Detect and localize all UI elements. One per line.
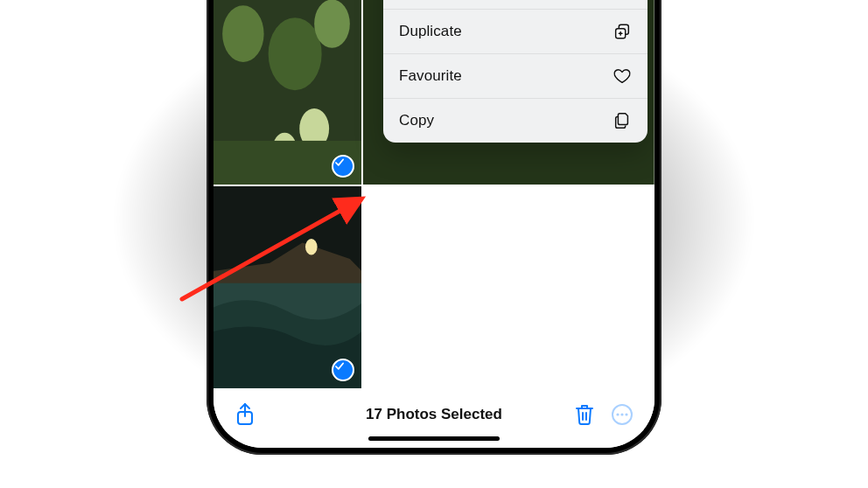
selection-status: 17 Photos Selected	[214, 406, 654, 423]
svg-point-9	[269, 17, 322, 90]
more-button[interactable]	[611, 403, 634, 426]
svg-point-18	[305, 239, 318, 254]
context-menu: Adjust Location Adjust Date & Time	[383, 0, 648, 143]
svg-point-8	[222, 5, 263, 62]
menu-unhide[interactable]: Unhide	[383, 0, 648, 10]
empty-grid-cell	[363, 186, 654, 388]
svg-point-23	[625, 413, 627, 415]
copy-doc-icon	[612, 111, 632, 130]
menu-copy[interactable]: Copy	[383, 99, 648, 143]
menu-item-label: Favourite	[399, 67, 462, 85]
duplicate-icon	[612, 22, 632, 41]
photo-thumbnail[interactable]	[214, 0, 361, 185]
svg-point-22	[620, 413, 623, 415]
heart-icon	[612, 66, 632, 86]
svg-point-10	[314, 0, 350, 47]
menu-favourite[interactable]: Favourite	[383, 54, 648, 99]
svg-point-21	[616, 413, 619, 415]
ellipsis-circle-icon	[611, 403, 634, 426]
photo-thumbnail[interactable]	[214, 186, 361, 388]
bottom-toolbar: 17 Photos Selected	[214, 388, 654, 448]
phone-frame: 17 Photos Selected	[206, 0, 662, 455]
menu-duplicate[interactable]: Duplicate	[383, 10, 648, 54]
home-indicator	[368, 436, 500, 441]
grid-row	[214, 186, 654, 388]
menu-item-label: Duplicate	[399, 23, 462, 40]
menu-item-label: Copy	[399, 112, 434, 129]
phone-screen: 17 Photos Selected	[214, 0, 654, 448]
